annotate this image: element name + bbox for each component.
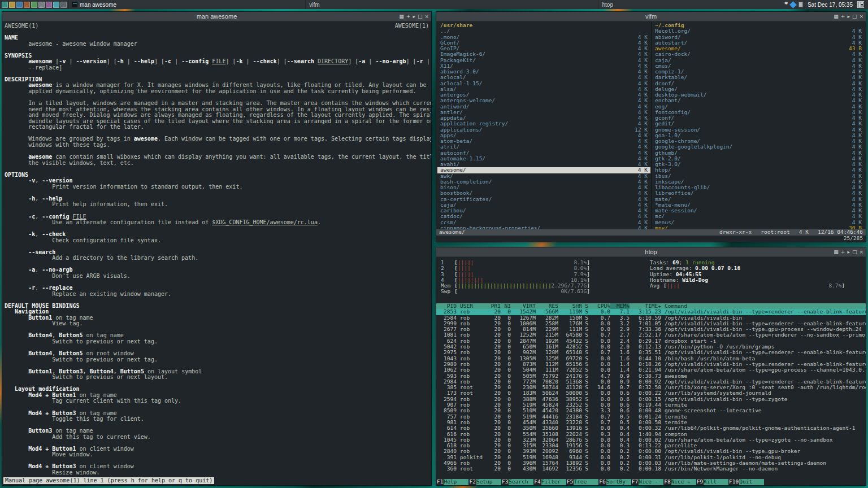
file-entry[interactable]: antiword/4 K	[437, 104, 650, 110]
column-header-pid[interactable]: PID	[436, 303, 457, 309]
fkey-help[interactable]: F1Help	[436, 479, 468, 485]
file-entry[interactable]: libaccounts-glib/4 K	[652, 185, 865, 190]
file-entry[interactable]: libreoffice/4 K	[652, 190, 865, 196]
file-entry[interactable]: cinnamon-background-properties/4 K	[437, 225, 650, 229]
file-entry[interactable]: ibus/4 K	[652, 173, 865, 179]
file-entry[interactable]: enchant/4 K	[652, 98, 865, 103]
file-entry[interactable]: gedit/4 K	[652, 121, 865, 127]
fkey-filter[interactable]: F4Filter	[533, 479, 566, 485]
vifm-commandline[interactable]: 25/285	[436, 236, 866, 242]
file-entry[interactable]: mate-session/4 K	[652, 208, 865, 213]
process-row[interactable]: 1062rob200504M111M72052S0.01.40:21.94/us…	[436, 367, 866, 373]
process-row[interactable]: 2594rob200388M4763638952S0.00.60:00.15/o…	[436, 396, 866, 402]
man-window[interactable]: man awesome ▦ + ▸ □ × AWESOME(1) AWESOME…	[2, 11, 432, 486]
task-htop[interactable]: htop	[598, 0, 782, 9]
file-entry[interactable]: gnome-session/4 K	[652, 127, 865, 133]
process-row[interactable]: 757rob200519M4441623184S0.70.50:01.24ter…	[436, 414, 866, 420]
column-header-mem[interactable]: MEM%	[610, 303, 630, 309]
process-row[interactable]: 173root200183M5062450000S0.00.60:00.22/u…	[436, 390, 866, 396]
pin-icon[interactable]: +	[841, 14, 845, 19]
process-row[interactable]: 4966rob200396M1576413892S0.00.20:00.03/u…	[436, 460, 866, 466]
process-row[interactable]: 624rob2002847M192M45432S0.02.40:29.17dro…	[436, 338, 866, 344]
file-entry[interactable]: caja/4 K	[437, 202, 650, 208]
task-vifm[interactable]: vifm	[305, 0, 598, 9]
file-entry[interactable]: cmus/4 K	[652, 63, 865, 69]
process-row[interactable]: 618rob200315M2330419156S0.00.30:13.22par…	[436, 443, 866, 448]
process-row[interactable]: 907rob200519M4582423252S0.00.60:19.44ter…	[436, 402, 866, 408]
file-entry[interactable]: goa-1.0/4 K	[652, 133, 865, 138]
grid-icon[interactable]: ▦	[834, 14, 839, 19]
process-row[interactable]: 593rob200505M7579224176S4.70.90:38.73awe…	[436, 373, 866, 379]
fkey-nice[interactable]: F7Nice -	[631, 479, 663, 485]
process-row[interactable]: 2853rob2001542M566M119MS0.07.13:15.23/op…	[436, 309, 866, 315]
file-entry[interactable]: PackageKit/4 K	[437, 58, 650, 63]
file-entry[interactable]: gconf/4 K	[652, 115, 865, 121]
fkey-tree[interactable]: F5Tree	[566, 479, 598, 485]
process-row[interactable]: 2984rob200772M7082051368S0.00.90:00.92/o…	[436, 379, 866, 385]
file-entry[interactable]: .mono/4 K	[437, 34, 650, 40]
close-icon[interactable]: ×	[424, 14, 429, 19]
file-entry[interactable]: inkscape/4 K	[652, 179, 865, 185]
column-header-user[interactable]: USER	[457, 303, 486, 309]
file-entry[interactable]: gtk-2.0/4 K	[652, 156, 865, 162]
fkey-setup[interactable]: F2Setup	[468, 479, 501, 485]
process-row[interactable]: 385root200230M5874441128S14.60.78:32.58/…	[436, 385, 866, 390]
file-entry[interactable]: applications/12 K	[437, 127, 650, 133]
process-row[interactable]: 2975rob200902M128M65148S0.71.60:35.51/op…	[436, 350, 866, 355]
tag-1-icon[interactable]	[2, 2, 8, 8]
file-entry[interactable]: apps/4 K	[437, 133, 650, 138]
file-entry[interactable]: menus/4 K	[652, 220, 865, 225]
layout-icon[interactable]	[857, 1, 864, 8]
dropbox-icon[interactable]	[789, 1, 797, 8]
file-entry[interactable]: bash-completion/4 K	[437, 179, 650, 185]
fkey-nice[interactable]: F8Nice +	[663, 479, 696, 485]
tag-3-icon[interactable]	[16, 2, 23, 8]
file-entry[interactable]: google-chrome/4 K	[652, 138, 865, 144]
ontop-icon[interactable]: ▸	[847, 249, 850, 255]
file-entry[interactable]: X11/4 K	[437, 63, 650, 69]
process-row[interactable]: 614rob200350M3566013916S0.00.40:00.32/us…	[436, 425, 866, 431]
file-entry[interactable]: ca-certificates/4 K	[437, 197, 650, 202]
column-header-cmd[interactable]: Command	[661, 303, 866, 309]
tag-9-icon[interactable]	[60, 2, 67, 8]
file-entry[interactable]: appdata/4 K	[437, 115, 650, 121]
tag-2-icon[interactable]	[9, 2, 15, 8]
file-entry[interactable]: desktop-webmail/4 K	[652, 92, 865, 98]
process-row[interactable]: 391polkitd200519M169489344S0.00.20:00.31…	[436, 455, 866, 460]
column-header-shr[interactable]: SHR	[558, 303, 582, 309]
file-entry[interactable]: mate/4 K	[652, 197, 865, 202]
process-row[interactable]: 1045rob200323M3206428676S0.00.40:00.02/u…	[436, 437, 866, 443]
float-icon[interactable]: □	[852, 14, 857, 19]
tag-6-icon[interactable]	[38, 2, 45, 8]
column-header-s[interactable]: S	[582, 303, 591, 309]
tag-4-icon[interactable]	[24, 2, 30, 8]
process-row[interactable]: 2584rob2001267M282M150MS0.73.56:10.59/op…	[436, 315, 866, 321]
clipboard-icon[interactable]	[798, 2, 803, 7]
process-row[interactable]: 2990rob2001006M258M176MS0.03.27:01.05/op…	[436, 321, 866, 326]
process-row[interactable]: 8509rob200510M4542024380S3.30.60:00.48gn…	[436, 408, 866, 413]
file-entry[interactable]: autoconf/4 K	[437, 150, 650, 156]
updates-icon[interactable]: *	[784, 2, 788, 7]
file-entry[interactable]: ImageMagick-6/4 K	[437, 51, 650, 57]
float-icon[interactable]: □	[852, 249, 857, 255]
grid-icon[interactable]: ▦	[399, 14, 404, 19]
file-entry[interactable]: awesome/43 B	[652, 46, 865, 51]
file-entry[interactable]: catdoc/4 K	[437, 213, 650, 219]
pin-icon[interactable]: +	[841, 249, 845, 255]
file-entry[interactable]: alsa/4 K	[437, 86, 650, 92]
file-entry[interactable]: darktable/4 K	[652, 75, 865, 80]
file-entry[interactable]: GConf/4 K	[437, 40, 650, 46]
file-entry[interactable]: ccsm/4 K	[437, 220, 650, 225]
file-entry[interactable]: *mate-menu/4 K	[652, 202, 865, 208]
vifm-titlebar[interactable]: vifm ▦ + ▸ □ ×	[436, 12, 866, 21]
file-entry[interactable]: aclocal/4 K	[437, 75, 650, 80]
file-entry[interactable]: Recoll.org/4 K	[652, 28, 865, 34]
process-row[interactable]: 981rob200454M4334023228S0.70.50:00.58ter…	[436, 420, 866, 425]
column-header-pri[interactable]: PRI	[486, 303, 501, 309]
file-entry[interactable]: gtk-3.0/4 K	[652, 162, 865, 167]
process-row[interactable]: 1081rob2001252M215M64580S0.72.72:52.17/u…	[436, 332, 866, 338]
file-entry[interactable]: caribou/4 K	[437, 208, 650, 213]
float-icon[interactable]: □	[418, 14, 423, 19]
process-row[interactable]: 616rob200554M3510822024S9.30.41:40.94com…	[436, 432, 866, 437]
tag-8-icon[interactable]	[53, 2, 59, 8]
